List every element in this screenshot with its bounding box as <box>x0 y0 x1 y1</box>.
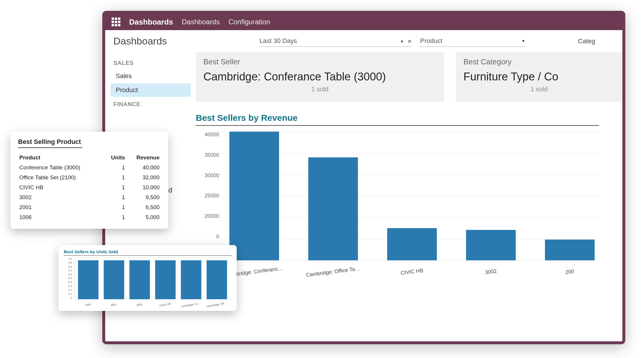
divider <box>64 255 231 256</box>
product-select-value: Product <box>420 37 442 45</box>
card-sub: 1 sold <box>203 85 437 93</box>
page-title: Dashboards <box>113 35 251 47</box>
mini-chart-title: Best Sellers by Units Sold <box>64 249 231 254</box>
card-title: Best Seller <box>203 57 437 66</box>
y-tick-label: 0.9 <box>64 261 72 264</box>
revenue-chart: 400003500030000250002000000Cambridge: Co… <box>196 125 599 272</box>
y-tick-label: 30000 <box>196 173 219 179</box>
best-selling-product-card: Best Selling Product Product Units Reven… <box>11 132 168 229</box>
y-tick-label: 0.2 <box>64 288 72 291</box>
x-tick-label: Cambridge: Office Ta… <box>206 302 227 308</box>
clear-daterange-icon[interactable]: ✕ <box>408 39 411 44</box>
kpi-cards: Best Seller Cambridge: Conferance Table … <box>196 52 622 102</box>
category-select-value: Categ <box>578 37 595 45</box>
card-value: Cambridge: Conferance Table (3000) <box>203 70 437 83</box>
table-row: Office Table Set (2100)132,000 <box>18 173 161 183</box>
daterange-value: Last 30 Days <box>259 37 297 45</box>
y-tick-label: 0.5 <box>64 277 72 280</box>
x-tick-label: 3002 <box>461 265 520 278</box>
cell-units: 1 <box>104 173 126 183</box>
th-units: Units <box>104 153 126 163</box>
daterange-select[interactable]: Last 30 Days ▼ ✕ <box>259 35 411 47</box>
chart-bar[interactable] <box>78 260 98 299</box>
cell-units: 1 <box>104 192 126 202</box>
cell-product: CIVIC HB <box>18 183 104 192</box>
cell-revenue: 40,000 <box>126 163 161 173</box>
y-tick-label: 25000 <box>196 193 219 199</box>
cell-revenue: 5,000 <box>126 212 161 222</box>
cell-units: 1 <box>104 183 126 192</box>
brand-title[interactable]: Dashboards <box>129 18 173 27</box>
card-sub: 1 sold <box>463 85 615 93</box>
best-selling-table: Product Units Revenue Conference Table (… <box>18 153 161 222</box>
app-header: Dashboards Dashboards Configuration <box>105 14 622 30</box>
y-tick-label: 0.3 <box>64 285 72 288</box>
divider <box>18 147 82 148</box>
y-tick-label: 0 <box>64 296 72 299</box>
y-tick-label: 0.4 <box>64 281 72 284</box>
table-row: 200116,500 <box>18 202 161 212</box>
nav-dashboards[interactable]: Dashboards <box>182 18 219 26</box>
card-title: Best Category <box>463 57 615 66</box>
cell-units: 1 <box>104 202 126 212</box>
y-tick-label: 1.0 <box>64 257 72 260</box>
chart-bar[interactable] <box>229 132 279 260</box>
th-product: Product <box>18 153 104 163</box>
sidebar-item-product[interactable]: Product <box>110 83 191 97</box>
category-select[interactable]: Categ <box>578 36 601 47</box>
chart-bar[interactable] <box>129 260 150 299</box>
chart-bar[interactable] <box>387 228 437 260</box>
chart-bar[interactable] <box>181 260 201 299</box>
apps-icon[interactable] <box>112 18 120 26</box>
cell-product: 2001 <box>18 202 104 212</box>
table-row: Conference Table (3000)140,000 <box>18 163 161 173</box>
x-tick-label: Cambridge: Office Ta… <box>304 265 362 278</box>
y-tick-label: 20000 <box>196 213 219 219</box>
cell-product: Conference Table (3000) <box>18 163 104 173</box>
cell-units: 1 <box>104 163 126 173</box>
nav-configuration[interactable]: Configuration <box>228 18 270 26</box>
card-best-category: Best Category Furniture Type / Co 1 sold <box>456 52 622 102</box>
table-card-title: Best Selling Product <box>18 138 161 146</box>
table-row: CIVIC HB110,000 <box>18 183 161 192</box>
card-best-seller: Best Seller Cambridge: Conferance Table … <box>196 52 444 102</box>
sidebar-group-finance: FINANCE <box>113 101 188 108</box>
cell-revenue: 32,000 <box>126 173 161 183</box>
chart-bar[interactable] <box>104 260 124 299</box>
x-tick-label: Cambridge: Conferanc… <box>181 302 201 308</box>
x-tick-label: CIVIC HB <box>382 265 441 278</box>
cell-revenue: 9,500 <box>126 192 161 202</box>
chart-bar[interactable] <box>545 240 595 261</box>
y-tick-label: 35000 <box>196 152 219 158</box>
cell-product: 1006 <box>18 212 104 222</box>
units-sold-chart-card: Best Sellers by Units Sold 1.00.90.80.70… <box>58 245 237 311</box>
chart-bar[interactable] <box>155 260 176 299</box>
y-tick-label: 0.6 <box>64 273 72 276</box>
x-tick-label: 1006 <box>78 302 98 308</box>
revenue-chart-title: Best Sellers by Revenue <box>196 113 622 123</box>
caret-down-icon: ▼ <box>400 39 404 44</box>
chart-bar[interactable] <box>308 157 358 260</box>
caret-down-icon: ▼ <box>521 39 525 43</box>
cell-revenue: 10,000 <box>126 183 161 192</box>
sidebar-group-sales: SALES <box>113 60 188 66</box>
y-tick-label: 40000 <box>196 132 219 138</box>
sidebar-item-sales[interactable]: Sales <box>110 69 191 83</box>
card-value: Furniture Type / Co <box>463 70 615 83</box>
x-tick-label: 200 <box>540 265 599 278</box>
x-tick-label: 3002 <box>129 302 150 308</box>
main-content: Best Seller Cambridge: Conferance Table … <box>196 47 622 337</box>
chart-bar[interactable] <box>207 260 227 299</box>
y-tick-label: 0.8 <box>64 265 72 268</box>
table-row: 100615,000 <box>18 212 161 222</box>
cell-product: 3002 <box>18 192 104 202</box>
x-tick-label: 2001 <box>103 302 124 308</box>
toolbar: Dashboards Last 30 Days ▼ ✕ Product ▼ Ca… <box>105 30 622 47</box>
table-row: 300219,500 <box>18 192 161 202</box>
chart-bar[interactable] <box>466 230 516 261</box>
y-tick-label: 0 <box>196 234 219 240</box>
x-tick-label: CIVIC HB <box>155 302 176 308</box>
cell-revenue: 6,500 <box>126 202 161 212</box>
y-tick-label: 0.1 <box>64 292 72 295</box>
product-select[interactable]: Product ▼ <box>420 35 525 47</box>
